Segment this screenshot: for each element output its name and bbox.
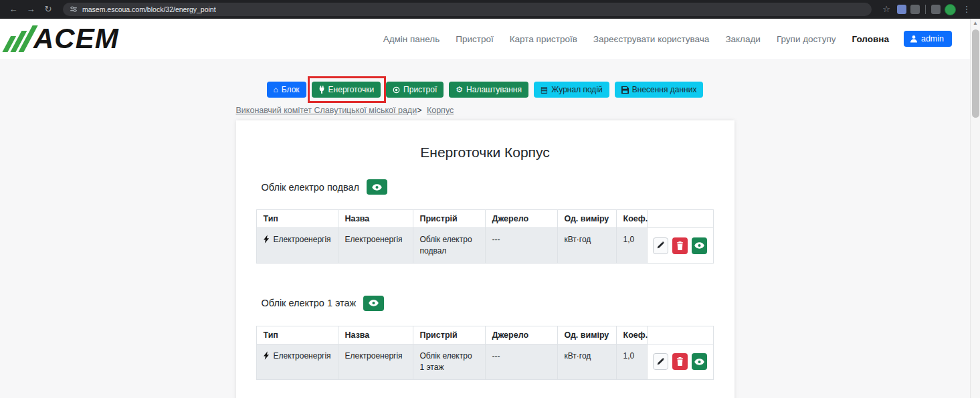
- breadcrumb-current-link[interactable]: Корпус: [427, 106, 454, 115]
- extension-icon[interactable]: [897, 5, 906, 14]
- bolt-icon: [264, 351, 270, 360]
- save-icon: [621, 86, 629, 94]
- col-unit: Од. виміру: [557, 326, 616, 344]
- cell-coef: 1,0: [616, 228, 647, 264]
- cell-source: ---: [485, 228, 557, 264]
- cell-source: ---: [485, 344, 557, 379]
- logo-slashes-icon: [2, 25, 37, 52]
- page-title: Енерготочки Корпус: [256, 144, 714, 161]
- home-icon: ⌂: [274, 86, 278, 94]
- logo-text: ACEM: [33, 25, 119, 52]
- eye-icon: [694, 242, 704, 249]
- nav-admin-panel[interactable]: Адмін панель: [383, 34, 440, 44]
- main-nav: Адмін панель Пристрої Карта пристроїв За…: [383, 34, 889, 44]
- nav-devices[interactable]: Пристрої: [456, 34, 493, 44]
- nav-register-user[interactable]: Зареєструвати користувача: [593, 34, 710, 44]
- block-button-label: Блок: [282, 85, 300, 94]
- nav-home[interactable]: Головна: [852, 34, 889, 44]
- block-button[interactable]: ⌂ Блок: [267, 82, 306, 98]
- delete-button[interactable]: [672, 237, 688, 254]
- trash-icon: [676, 357, 684, 366]
- edit-button[interactable]: [653, 353, 668, 370]
- section-title: Облік електро 1 этаж: [262, 298, 357, 308]
- view-button[interactable]: [692, 237, 707, 254]
- page-scrollbar[interactable]: ▲: [970, 19, 980, 398]
- breadcrumb: Виконавчий комітет Славутицької міської …: [236, 106, 734, 115]
- cell-device: Облік електро подвал: [413, 228, 485, 264]
- browser-profile-avatar[interactable]: [945, 4, 956, 15]
- plug-icon: [318, 86, 325, 94]
- admin-button[interactable]: admin: [904, 31, 952, 47]
- nav-facilities[interactable]: Заклади: [725, 34, 761, 44]
- browser-forward-icon[interactable]: →: [24, 0, 37, 19]
- extension-icon[interactable]: [931, 5, 941, 14]
- data-entry-button[interactable]: Внесення данних: [615, 82, 704, 98]
- cell-coef: 1,0: [616, 344, 647, 379]
- site-header: ACEM Адмін панель Пристрої Карта пристро…: [0, 19, 980, 59]
- col-source: Джерело: [485, 210, 557, 228]
- edit-button[interactable]: [653, 237, 668, 254]
- energy-points-table: Тип Назва Пристрій Джерело Од. виміру Ко…: [256, 209, 714, 264]
- gear-icon: ⚙: [456, 86, 463, 94]
- energy-points-button-label: Енерготочки: [328, 85, 374, 94]
- cell-unit: кВт·год: [557, 228, 616, 264]
- section-title: Облік електро подвал: [262, 182, 360, 193]
- devices-button-label: Пристрої: [403, 85, 437, 94]
- data-entry-button-label: Внесення данних: [632, 85, 697, 94]
- browser-back-icon[interactable]: ←: [7, 0, 20, 19]
- eye-icon: [369, 300, 379, 306]
- scrollbar-thumb[interactable]: [972, 29, 979, 118]
- device-icon: [393, 86, 400, 94]
- col-name: Назва: [338, 210, 413, 228]
- cell-unit: кВт·год: [557, 344, 616, 379]
- address-bar[interactable]: masem.escoua.com/block/32/energy_point: [63, 3, 872, 16]
- settings-button-label: Налаштування: [466, 85, 522, 94]
- section-first-floor-meter: Облік електро 1 этаж Тип Назва Пристрій …: [256, 296, 714, 380]
- energy-points-card: Енерготочки Корпус Облік електро подвал …: [236, 120, 734, 398]
- acem-logo[interactable]: ACEM: [9, 25, 119, 52]
- view-button[interactable]: [692, 353, 707, 370]
- extension-icon[interactable]: [910, 5, 920, 14]
- cell-type: Електроенергія: [274, 351, 331, 362]
- pencil-icon: [656, 358, 664, 366]
- table-row: Електроенергія Електроенергія Облік елек…: [256, 228, 713, 264]
- section-basement-meter: Облік електро подвал Тип Назва Пристрій …: [256, 179, 714, 264]
- eye-icon: [694, 359, 704, 365]
- cell-name: Електроенергія: [338, 344, 413, 379]
- cell-type: Електроенергія: [274, 234, 331, 245]
- col-actions: [647, 326, 713, 344]
- section-view-button[interactable]: [363, 296, 384, 311]
- section-view-button[interactable]: [367, 179, 387, 195]
- breadcrumb-root-link[interactable]: Виконавчий комітет Славутицької міської …: [236, 106, 417, 115]
- nav-device-map[interactable]: Карта пристроїв: [510, 34, 577, 44]
- delete-button[interactable]: [672, 353, 688, 370]
- devices-button[interactable]: Пристрої: [386, 82, 444, 98]
- url-text: masem.escoua.com/block/32/energy_point: [82, 5, 216, 13]
- person-icon: [910, 35, 918, 43]
- energy-points-table: Тип Назва Пристрій Джерело Од. виміру Ко…: [256, 326, 714, 380]
- col-name: Назва: [338, 326, 413, 344]
- cell-device: Облік електро 1 этаж: [413, 344, 485, 379]
- energy-points-button[interactable]: Енерготочки: [312, 82, 381, 98]
- admin-label: admin: [921, 34, 944, 43]
- nav-access-groups[interactable]: Групи доступу: [777, 34, 836, 44]
- bookmark-star-icon[interactable]: ☆: [880, 0, 893, 19]
- col-device: Пристрій: [413, 210, 485, 228]
- scrollbar-up-arrow[interactable]: ▲: [971, 19, 980, 28]
- journal-icon: ▤: [541, 86, 548, 94]
- trash-icon: [676, 241, 684, 250]
- table-header-row: Тип Назва Пристрій Джерело Од. виміру Ко…: [256, 326, 713, 344]
- breadcrumb-separator: >: [417, 106, 421, 115]
- browser-reload-icon[interactable]: ↻: [41, 0, 55, 19]
- cell-name: Електроенергія: [338, 228, 413, 264]
- site-info-icon[interactable]: [70, 5, 78, 13]
- chrome-divider: [925, 5, 926, 14]
- col-actions: [647, 210, 713, 228]
- event-log-button-label: Журнал подій: [551, 85, 602, 94]
- col-unit: Од. виміру: [557, 210, 616, 228]
- settings-button[interactable]: ⚙ Налаштування: [449, 82, 528, 98]
- bolt-icon: [264, 235, 270, 243]
- col-coef: Коеф.: [616, 210, 647, 228]
- event-log-button[interactable]: ▤ Журнал подій: [534, 82, 609, 98]
- browser-menu-icon[interactable]: ⋮: [960, 0, 973, 19]
